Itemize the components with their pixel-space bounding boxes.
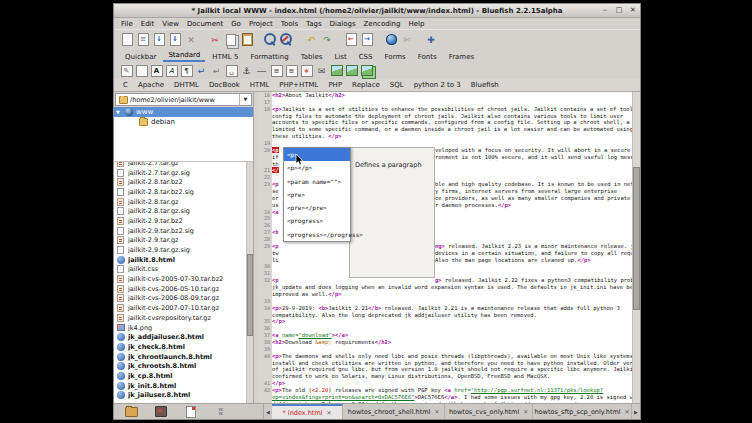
expander-icon[interactable]: ▼	[116, 109, 122, 115]
lang-tab-php+html[interactable]: PHP+HTML	[274, 81, 323, 89]
spell-check-button[interactable]: ✄	[400, 33, 414, 47]
code-editor[interactable]: 16<h2>About Jailkit</h2>1718<p>Jailkit i…	[259, 92, 640, 403]
close-icon[interactable]: ✕	[625, 408, 630, 415]
undo-button[interactable]: ↶	[304, 33, 318, 47]
menu-file[interactable]: File	[117, 20, 137, 28]
multi-thumbnail-button[interactable]	[360, 64, 373, 77]
file-item[interactable]: jailkit-cvs-2006-05-10.tar.gz	[114, 284, 253, 294]
tree-item-debian[interactable]: debian	[114, 117, 253, 127]
quickstart-button[interactable]: ✎	[120, 64, 133, 77]
file-item[interactable]: jk4.png	[114, 323, 253, 333]
minimize-button[interactable]: ‒	[600, 5, 610, 15]
doc-tab-index.html[interactable]: * index.html✕	[272, 404, 343, 419]
redo-button[interactable]: ↷	[320, 33, 334, 47]
bookmarks-tab[interactable]	[154, 406, 168, 418]
quickbar-tab-tables[interactable]: Tables	[296, 52, 328, 62]
line-break-button[interactable]: ↵	[195, 64, 208, 77]
file-item[interactable]: jailkit-cvsrepository.tar.gz	[114, 313, 253, 323]
lang-tab-dhtml[interactable]: DHTML	[169, 81, 204, 89]
file-item[interactable]: jk_jailuser.8.html	[114, 391, 253, 401]
menu-tags[interactable]: Tags	[302, 20, 326, 28]
paragraph-button[interactable]: ¶	[180, 64, 193, 77]
tree-item-www[interactable]: ▼www	[114, 107, 253, 117]
close-icon[interactable]: ✕	[434, 408, 439, 415]
scrollbar-thumb[interactable]	[633, 167, 640, 310]
file-item[interactable]: jk_chrootsh.8.html	[114, 361, 253, 371]
save-button[interactable]: ↓	[152, 33, 166, 47]
file-item[interactable]: jk_check.8.html	[114, 342, 253, 352]
file-item[interactable]: jailkit-2.8.tar.bz2	[114, 177, 253, 187]
filebrowser-tab[interactable]	[124, 406, 138, 418]
autocomplete-item[interactable]: <param name="">	[284, 175, 350, 188]
editor-text-area[interactable]: 16<h2>About Jailkit</h2>1718<p>Jailkit i…	[259, 92, 633, 403]
scrollbar-thumb[interactable]	[247, 254, 253, 336]
close-icon[interactable]: ✕	[523, 408, 528, 415]
find-replace-button[interactable]	[280, 33, 294, 47]
quickbar-tab-quickbar[interactable]: Quickbar	[120, 52, 161, 62]
menu-zencoding[interactable]: Zencoding	[360, 20, 405, 28]
bold-button[interactable]: A	[150, 64, 163, 77]
lang-tab-c[interactable]: C	[118, 81, 133, 89]
comment-button[interactable]: ∗	[300, 64, 313, 77]
file-item[interactable]: jk_init.8.html	[114, 381, 253, 391]
lang-tab-python-2-to-3[interactable]: python 2 to 3	[409, 81, 466, 89]
paste-button[interactable]	[240, 33, 254, 47]
tab-scroll-left[interactable]: ◀	[264, 404, 272, 419]
file-item[interactable]: jk_cp.8.html	[114, 371, 253, 381]
preview-in-browser-button[interactable]	[384, 33, 398, 47]
directory-path-combo[interactable]: /home2/olivier/jailkit/www ▼	[115, 93, 252, 106]
menu-document[interactable]: Document	[183, 20, 227, 28]
autocomplete-item[interactable]: <progress></progress>	[284, 228, 350, 241]
new-document-button[interactable]	[120, 33, 134, 47]
quickbar-tab-fonts[interactable]: Fonts	[413, 52, 442, 62]
email-button[interactable]: ✉	[315, 64, 328, 77]
file-item[interactable]: jailkit-2.8.tar.bz2.sig	[114, 187, 253, 197]
menu-dialogs[interactable]: Dialogs	[326, 20, 360, 28]
quickbar-tab-standard[interactable]: Standard	[163, 50, 205, 62]
file-item[interactable]: jailkit-cvs-2007-07-10.tar.gz	[114, 303, 253, 313]
open-file-button[interactable]: ≡	[136, 33, 150, 47]
quickbar-tab-css[interactable]: CSS	[354, 52, 378, 62]
quickbar-tab-forms[interactable]: Forms	[379, 52, 410, 62]
doc-tab-howtos_chroot_shell.html[interactable]: howtos_chroot_shell.html✕	[343, 404, 445, 419]
autocomplete-item[interactable]: <pre>	[284, 188, 350, 201]
lang-tab-bluefish[interactable]: Bluefish	[466, 81, 504, 89]
menu-tools[interactable]: Tools	[277, 20, 302, 28]
file-item[interactable]: jk_addjailuser.8.html	[114, 332, 253, 342]
file-item[interactable]: jailkit-2.7.tar.gz.sig	[114, 168, 253, 178]
title-bar[interactable]: * Jailkit local WWW - index.html (/home2…	[114, 4, 640, 18]
lang-tab-html[interactable]: HTML	[245, 81, 274, 89]
file-item[interactable]: jk_chrootlaunch.8.html	[114, 352, 253, 362]
copy-button[interactable]	[224, 33, 238, 47]
file-item[interactable]: jailkit-2.8.tar.gz	[114, 197, 253, 207]
find-button[interactable]	[264, 33, 278, 47]
unindent-button[interactable]: ←	[344, 33, 358, 47]
navigation-button[interactable]: ✚	[424, 33, 438, 47]
break-clear-button[interactable]: ↵	[210, 64, 223, 77]
file-item[interactable]: jailkit-2.9.tar.bz2	[114, 216, 253, 226]
maximize-button[interactable]: □	[614, 5, 624, 15]
align-right-button[interactable]: ≡	[285, 64, 298, 77]
image-button[interactable]	[330, 64, 343, 77]
file-item[interactable]: jailkit-cvs-2005-07-30.tar.bz2	[114, 274, 253, 284]
quickbar-tab-html-5[interactable]: HTML 5	[207, 52, 243, 62]
close-window-button[interactable]: ✕	[628, 5, 638, 15]
rule-button[interactable]: ―	[255, 64, 268, 77]
editor-scrollbar[interactable]	[632, 92, 640, 403]
lang-tab-docbook[interactable]: DocBook	[204, 81, 245, 89]
menu-project[interactable]: Project	[245, 20, 277, 28]
autocomplete-item[interactable]: <p>	[284, 148, 350, 161]
save-as-button[interactable]: ⇓	[168, 33, 182, 47]
file-item[interactable]: jailkit.css	[114, 265, 253, 275]
file-item[interactable]: jailkit-2.9.tar.gz.sig	[114, 245, 253, 255]
quickbar-tab-list[interactable]: List	[329, 52, 351, 62]
close-icon[interactable]: ✕	[327, 409, 332, 416]
file-item[interactable]: jailkit-2.9.tar.gz	[114, 236, 253, 246]
menu-edit[interactable]: Edit	[137, 20, 159, 28]
autocomplete-item[interactable]: <pre></pre>	[284, 201, 350, 214]
menu-help[interactable]: Help	[405, 20, 429, 28]
lang-tab-replace[interactable]: Replace	[347, 81, 385, 89]
lang-tab-sql[interactable]: SQL	[385, 81, 409, 89]
doc-tab-howtos_sftp_scp_only.html[interactable]: howtos_sftp_scp_only.html✕	[533, 404, 632, 419]
thumbnail-button[interactable]	[345, 64, 358, 77]
